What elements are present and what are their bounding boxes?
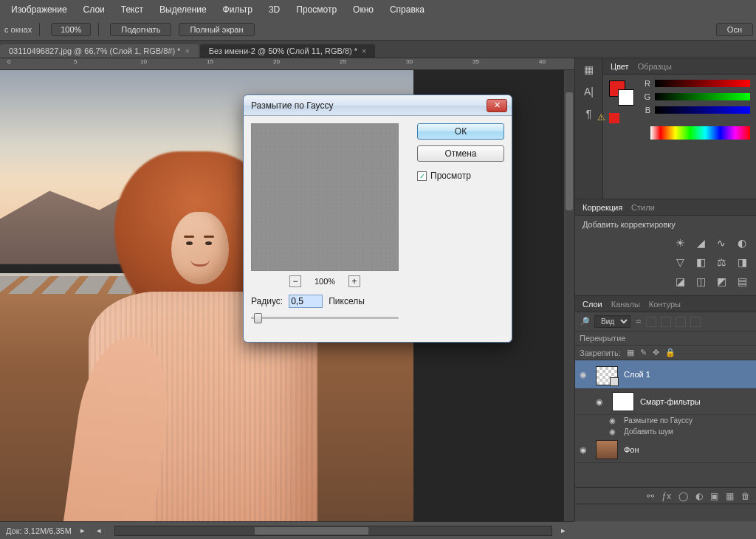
menu-3d[interactable]: 3D xyxy=(269,4,280,15)
mask-icon[interactable]: ◯ xyxy=(678,491,688,501)
smart-filters-label: Смарт-фильтры xyxy=(640,397,701,406)
visibility-icon[interactable]: ◉ xyxy=(580,445,590,455)
exposure-icon[interactable]: ◐ xyxy=(735,236,749,250)
fx-icon[interactable]: ƒx xyxy=(662,491,671,501)
checkbox-icon: ✓ xyxy=(417,171,427,181)
tab-color[interactable]: Цвет xyxy=(611,62,629,71)
background-swatch[interactable] xyxy=(618,89,634,106)
tab-swatches[interactable]: Образцы xyxy=(638,62,672,71)
new-layer-icon[interactable]: ▦ xyxy=(726,491,734,501)
dialog-titlebar[interactable]: Размытие по Гауссу ✕ xyxy=(244,95,512,116)
visibility-icon[interactable]: ◉ xyxy=(609,416,619,425)
gamut-warning-icon[interactable] xyxy=(609,113,619,123)
tab-adjustments[interactable]: Коррекция xyxy=(583,203,622,212)
layer-row-smartfilters[interactable]: ◉ Смарт-фильтры xyxy=(575,389,756,415)
visibility-icon[interactable]: ◉ xyxy=(596,397,606,407)
layer-row-layer1[interactable]: ◉ Слой 1 xyxy=(575,360,756,389)
lock-move-icon[interactable]: ✥ xyxy=(653,348,659,357)
hue-icon[interactable]: ◧ xyxy=(694,255,707,269)
lock-pixels-icon[interactable]: ▦ xyxy=(627,348,634,357)
filter-type-icon[interactable] xyxy=(676,317,686,327)
radius-input[interactable] xyxy=(289,295,323,308)
menu-help[interactable]: Справка xyxy=(390,4,425,15)
adjustment-layer-icon[interactable]: ◐ xyxy=(695,491,703,501)
tab-channels[interactable]: Каналы xyxy=(611,300,640,309)
poster-icon[interactable]: ◫ xyxy=(694,275,707,288)
tab-styles[interactable]: Стили xyxy=(631,203,655,212)
visibility-icon[interactable]: ◉ xyxy=(609,428,619,436)
close-button[interactable]: ✕ xyxy=(487,99,507,112)
smart-filter-noise[interactable]: ◉Добавить шум xyxy=(575,426,756,437)
layer-thumbnail[interactable] xyxy=(596,440,618,459)
gaussian-blur-dialog: Размытие по Гауссу ✕ − 100% + Радиус: Пи… xyxy=(243,95,512,343)
menu-select[interactable]: Выделение xyxy=(159,4,207,15)
scrollbar-thumb[interactable] xyxy=(566,92,573,210)
scrollbar-thumb[interactable] xyxy=(255,527,368,535)
balance-icon[interactable]: ⚖ xyxy=(715,255,728,269)
lock-all-icon[interactable]: 🔒 xyxy=(665,348,676,357)
vibrance-icon[interactable]: ▽ xyxy=(673,255,687,269)
group-icon[interactable]: ▣ xyxy=(710,491,718,501)
preview-checkbox[interactable]: ✓ Просмотр xyxy=(417,171,504,181)
document-tab-1[interactable]: 03110496827.jpg @ 66,7% (Слой 1, RGB/8#)… xyxy=(0,44,199,58)
zoom-in-button[interactable]: + xyxy=(348,275,360,287)
blend-mode[interactable]: Перекрытие xyxy=(575,331,756,346)
filter-pixel-icon[interactable] xyxy=(646,317,656,327)
layer-row-background[interactable]: ◉ Фон xyxy=(575,437,756,463)
trash-icon[interactable]: 🗑 xyxy=(741,491,750,501)
cancel-button[interactable]: Отмена xyxy=(417,145,504,162)
visibility-icon[interactable]: ◉ xyxy=(580,370,590,380)
zoom-level-field[interactable]: 100% xyxy=(51,23,91,36)
lock-brush-icon[interactable]: ✎ xyxy=(640,348,647,357)
scroll-left-icon[interactable]: ◂ xyxy=(94,526,104,535)
bw-icon[interactable]: ◨ xyxy=(735,255,749,269)
fullscreen-button[interactable]: Полный экран xyxy=(179,23,254,36)
fit-button[interactable]: Подогнать xyxy=(110,23,171,36)
color-spectrum[interactable] xyxy=(650,126,750,140)
dialog-title: Размытие по Гауссу xyxy=(248,100,487,111)
levels-icon[interactable]: ◢ xyxy=(694,236,707,250)
tab-paths[interactable]: Контуры xyxy=(649,300,681,309)
document-tab-2[interactable]: Без имени-2 @ 50% (Слой 11, RGB/8) *× xyxy=(200,44,376,58)
status-menu-icon[interactable]: ▸ xyxy=(78,526,88,535)
menu-filter[interactable]: Фильтр xyxy=(223,4,252,15)
filter-kind-icon[interactable]: 🔎 xyxy=(580,317,590,326)
close-icon[interactable]: × xyxy=(362,47,366,55)
adjustments-hint: Добавить корректировку xyxy=(583,220,749,229)
menu-layers[interactable]: Слои xyxy=(83,4,105,15)
label-r: R xyxy=(642,79,650,88)
filter-kind-dropdown[interactable]: Вид xyxy=(594,315,630,328)
character-icon[interactable]: A| xyxy=(581,85,597,98)
slider-r[interactable] xyxy=(655,80,750,87)
filter-preview[interactable] xyxy=(251,123,399,271)
curves-icon[interactable]: ∿ xyxy=(715,236,728,250)
menu-text[interactable]: Текст xyxy=(121,4,143,15)
history-icon[interactable]: ▦ xyxy=(581,63,597,76)
gradient-icon[interactable]: ▤ xyxy=(735,275,749,288)
filter-mask-thumbnail[interactable] xyxy=(612,392,634,411)
filter-adjust-icon[interactable] xyxy=(661,317,671,327)
smart-filter-gaussian[interactable]: ◉Размытие по Гауссу xyxy=(575,415,756,426)
threshold-icon[interactable]: ◩ xyxy=(715,275,728,288)
zoom-out-button[interactable]: − xyxy=(289,275,301,287)
menu-window[interactable]: Окно xyxy=(353,4,374,15)
filter-shape-icon[interactable] xyxy=(690,317,701,327)
layer-thumbnail[interactable] xyxy=(596,366,618,385)
tab-layers[interactable]: Слои xyxy=(583,300,602,309)
brightness-icon[interactable]: ☀ xyxy=(673,236,687,250)
radius-slider[interactable] xyxy=(251,312,399,323)
scrollbar-horizontal[interactable] xyxy=(114,526,552,536)
invert-icon[interactable]: ◪ xyxy=(673,275,687,288)
ok-button[interactable]: ОК xyxy=(417,123,504,140)
paragraph-icon[interactable]: ¶ xyxy=(581,107,597,120)
slider-b[interactable] xyxy=(655,106,750,114)
link-icon[interactable]: ⚯ xyxy=(647,491,654,501)
slider-handle[interactable] xyxy=(254,313,262,323)
menu-image[interactable]: Изображение xyxy=(11,4,67,15)
scroll-right-icon[interactable]: ▸ xyxy=(558,526,568,535)
slider-g[interactable] xyxy=(655,93,750,100)
scrollbar-vertical[interactable] xyxy=(563,70,574,521)
close-icon[interactable]: × xyxy=(185,47,189,55)
menu-view[interactable]: Просмотр xyxy=(296,4,337,15)
essentials-button[interactable]: Осн xyxy=(716,23,753,36)
